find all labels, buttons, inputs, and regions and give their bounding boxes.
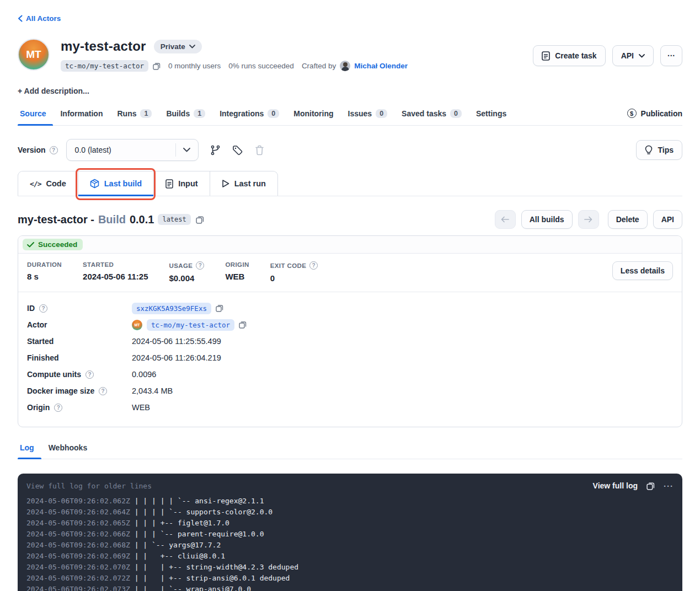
integrations-count-badge: 0: [268, 109, 279, 118]
tab-webhooks[interactable]: Webhooks: [41, 439, 95, 459]
tab-source[interactable]: Source: [18, 104, 53, 125]
tips-button[interactable]: Tips: [636, 140, 682, 160]
back-to-all-actors-link[interactable]: All Actors: [18, 14, 61, 23]
build-id-pill[interactable]: sxzKGK5A93Se9FExs: [132, 303, 211, 314]
dollar-circle-icon: $: [627, 109, 637, 118]
subtab-code[interactable]: </> Code: [18, 171, 78, 196]
create-task-label: Create task: [555, 51, 597, 60]
package-icon: [90, 179, 99, 189]
tab-issues[interactable]: Issues0: [341, 104, 395, 125]
arrow-left-icon: [501, 216, 509, 223]
log-line: 2024-05-06T09:26:02.068Z | | `-- yargs@1…: [26, 540, 674, 551]
actor-slug-pill[interactable]: tc-mo/my-test-actor: [61, 60, 148, 72]
delete-version-trash-icon: [255, 145, 264, 155]
view-full-log-older-link[interactable]: View full log for older lines: [26, 482, 152, 490]
actor-tabs: Source Information Runs1 Builds1 Integra…: [18, 104, 682, 126]
copy-actor-icon[interactable]: [239, 321, 247, 329]
stat-duration: DURATION 8 s: [27, 261, 62, 281]
saved-tasks-count-badge: 0: [450, 109, 462, 118]
stat-origin: ORIGIN WEB: [225, 261, 249, 281]
log-line: 2024-05-06T09:26:02.064Z | | | | `-- sup…: [26, 507, 674, 518]
log-line: 2024-05-06T09:26:02.070Z | | | +-- strin…: [26, 562, 674, 573]
publication-link[interactable]: $ Publication: [627, 109, 682, 125]
tab-log[interactable]: Log: [18, 439, 41, 459]
git-branch-icon[interactable]: [211, 145, 220, 155]
log-webhooks-tabs: Log Webhooks: [18, 439, 682, 459]
source-subtabs: </> Code Last build Input Last run: [18, 171, 682, 196]
tab-information[interactable]: Information: [53, 104, 110, 125]
tag-icon[interactable]: [232, 145, 243, 155]
tab-monitoring[interactable]: Monitoring: [286, 104, 340, 125]
log-line: 2024-05-06T09:26:02.069Z | | +-- cliui@8…: [26, 551, 674, 562]
build-api-button[interactable]: API: [653, 210, 682, 229]
play-icon: [222, 179, 229, 188]
crafted-by-label: Crafted by: [302, 62, 336, 70]
previous-build-button[interactable]: [495, 210, 516, 229]
check-icon: [27, 242, 34, 248]
tips-label: Tips: [658, 146, 674, 154]
version-select[interactable]: 0.0 (latest): [66, 139, 199, 161]
id-help-icon[interactable]: ?: [39, 304, 47, 313]
delete-build-button[interactable]: Delete: [608, 210, 648, 229]
author-link[interactable]: Michał Olender: [354, 62, 408, 70]
back-link-label: All Actors: [26, 14, 61, 23]
docker-size-help-icon[interactable]: ?: [99, 387, 107, 395]
build-header: my-test-actor - Build 0.0.1 latest All b…: [18, 210, 682, 229]
tab-settings[interactable]: Settings: [469, 104, 514, 125]
add-description-button[interactable]: + Add description...: [18, 87, 682, 95]
tab-saved-tasks[interactable]: Saved tasks0: [394, 104, 469, 125]
log-line: 2024-05-06T09:26:02.066Z | | | `-- paren…: [26, 529, 674, 540]
version-label: Version: [18, 146, 46, 154]
compute-units-help-icon[interactable]: ?: [86, 370, 94, 379]
builds-count-badge: 1: [194, 109, 205, 118]
usage-help-icon[interactable]: ?: [196, 261, 204, 270]
copy-log-icon[interactable]: [646, 482, 655, 490]
version-selected-value: 0.0 (latest): [67, 146, 175, 154]
version-help-icon[interactable]: ?: [50, 146, 58, 154]
chevron-down-icon: [176, 148, 198, 152]
kv-row-started: Started 2024-05-06 11:25:55.499: [27, 333, 673, 350]
page-title: my-test-actor: [61, 39, 146, 54]
build-kv-details: ID? sxzKGK5A93Se9FExs Actor MT tc-mo/my-…: [18, 292, 682, 427]
api-dropdown-button[interactable]: API: [612, 45, 654, 66]
exit-code-help-icon[interactable]: ?: [309, 261, 318, 270]
less-details-button[interactable]: Less details: [612, 261, 673, 280]
build-title-version: 0.0.1: [130, 213, 154, 226]
version-row: Version ? 0.0 (latest) Tips: [18, 139, 682, 161]
subtab-input[interactable]: Input: [153, 171, 209, 196]
tab-integrations[interactable]: Integrations0: [212, 104, 286, 125]
runs-succeeded-stat: 0% runs succeeded: [228, 62, 294, 70]
ellipsis-icon: ···: [667, 51, 675, 60]
tab-runs[interactable]: Runs1: [110, 104, 159, 125]
latest-tag-badge: latest: [158, 214, 190, 225]
more-actions-button[interactable]: ···: [660, 45, 682, 66]
tab-builds[interactable]: Builds1: [159, 104, 212, 125]
code-icon: </>: [30, 180, 41, 188]
view-full-log-button[interactable]: View full log: [593, 481, 638, 490]
copy-slug-icon[interactable]: [153, 62, 161, 70]
origin-help-icon[interactable]: ?: [54, 404, 62, 412]
actor-avatar: MT: [18, 39, 50, 71]
kv-row-docker-image-size: Docker image size? 2,043.4 MB: [27, 383, 673, 399]
all-builds-button[interactable]: All builds: [521, 210, 573, 229]
copy-build-icon[interactable]: [196, 216, 204, 224]
lightbulb-icon: [645, 145, 653, 155]
actor-build-page: All Actors MT my-test-actor Private tc-m…: [0, 0, 700, 591]
actor-link-pill[interactable]: tc-mo/my-test-actor: [147, 319, 234, 331]
subtab-last-run[interactable]: Last run: [210, 171, 277, 196]
subtab-last-build[interactable]: Last build: [78, 171, 153, 196]
copy-id-icon[interactable]: [216, 304, 223, 312]
document-icon: [165, 179, 173, 189]
stat-usage: USAGE? $0.004: [169, 261, 204, 283]
chevron-down-icon: [189, 45, 195, 49]
publication-label: Publication: [641, 109, 682, 118]
log-line: 2024-05-06T09:26:02.073Z | | | `-- wrap-…: [26, 584, 674, 591]
kv-row-compute-units: Compute units? 0.0096: [27, 366, 673, 383]
create-task-button[interactable]: Create task: [533, 45, 606, 66]
arrow-right-icon: [584, 216, 592, 223]
log-more-icon[interactable]: ···: [664, 481, 674, 491]
chevron-left-icon: [18, 15, 23, 22]
next-build-button[interactable]: [578, 210, 599, 229]
log-line: 2024-05-06T09:26:02.065Z | | | +-- figle…: [26, 518, 674, 529]
visibility-dropdown[interactable]: Private: [154, 40, 202, 53]
